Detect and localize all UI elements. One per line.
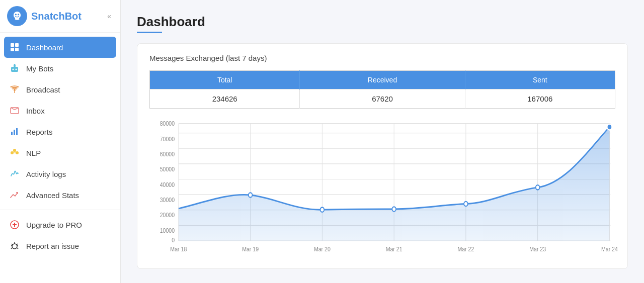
stats-table: Total Received Sent 234626 67620 167006 [149, 70, 615, 109]
main-content: Dashboard Messages Exchanged (last 7 day… [121, 0, 644, 283]
sidebar-collapse-button[interactable]: « [105, 10, 113, 22]
svg-point-9 [16, 69, 17, 70]
svg-point-13 [14, 89, 16, 91]
activity-icon [9, 168, 20, 179]
sidebar-item-nlp[interactable]: NLP [0, 142, 120, 163]
chart-point [392, 207, 396, 211]
col-total: Total [150, 71, 300, 89]
dashboard-card: Messages Exchanged (last 7 days) Total R… [137, 43, 628, 269]
robot-icon [9, 63, 20, 74]
nlp-icon [9, 147, 20, 158]
svg-point-1 [15, 14, 17, 15]
svg-rect-4 [15, 43, 19, 47]
svg-rect-17 [14, 130, 15, 135]
sidebar-item-label: Reports [26, 128, 53, 136]
svg-text:10000: 10000 [160, 227, 175, 234]
sidebar: SnatchBot « Dashboard [0, 0, 121, 283]
svg-point-28 [12, 244, 17, 249]
svg-line-33 [17, 244, 18, 245]
svg-text:50000: 50000 [160, 165, 175, 172]
sidebar-item-advanced-stats[interactable]: Advanced Stats [0, 184, 120, 206]
page-title-underline [137, 32, 162, 33]
sidebar-divider [0, 210, 120, 210]
grid-icon [9, 42, 20, 53]
svg-text:Mar 22: Mar 22 [457, 245, 474, 252]
svg-text:Mar 23: Mar 23 [529, 245, 546, 252]
chart-point [536, 185, 540, 190]
sidebar-nav: Dashboard My Bots [0, 33, 120, 283]
sidebar-item-my-bots[interactable]: My Bots [0, 58, 120, 79]
col-received: Received [300, 71, 465, 89]
svg-text:20000: 20000 [160, 211, 175, 218]
sidebar-item-label: Inbox [26, 107, 45, 115]
svg-line-34 [11, 248, 12, 249]
chart-point [320, 208, 325, 212]
brand-name: SnatchBot [31, 11, 82, 22]
svg-line-32 [12, 244, 13, 245]
val-sent: 167006 [465, 89, 615, 109]
sidebar-item-broadcast[interactable]: Broadcast [0, 79, 120, 100]
svg-point-8 [13, 69, 14, 70]
svg-rect-3 [11, 43, 14, 47]
sidebar-item-reports[interactable]: Reports [0, 121, 120, 142]
svg-point-2 [18, 14, 19, 15]
upgrade-icon [9, 219, 20, 230]
svg-text:0: 0 [172, 237, 175, 244]
svg-rect-16 [11, 132, 13, 135]
sidebar-item-label: Dashboard [26, 43, 63, 52]
val-received: 67620 [300, 89, 465, 109]
broadcast-icon [9, 84, 20, 95]
svg-text:Mar 18: Mar 18 [170, 245, 187, 252]
sidebar-item-inbox[interactable]: Inbox [0, 100, 120, 121]
sidebar-item-label: My Bots [26, 64, 53, 73]
bug-icon [9, 240, 20, 251]
sidebar-item-label: Report an issue [26, 242, 79, 250]
brand-logo [7, 6, 27, 26]
svg-text:40000: 40000 [160, 181, 175, 188]
chart-point [249, 193, 253, 197]
svg-text:30000: 30000 [160, 196, 175, 203]
svg-text:Mar 19: Mar 19 [242, 245, 259, 252]
val-total: 234626 [150, 89, 300, 109]
chart-point [464, 202, 468, 206]
sidebar-item-report-issue[interactable]: Report an issue [0, 235, 120, 256]
inbox-icon [9, 105, 20, 116]
stats-icon [9, 190, 20, 201]
chart-container: 0 10000 20000 30000 40000 50000 60000 70… [149, 118, 615, 258]
sidebar-item-activity-logs[interactable]: Activity logs [0, 163, 120, 184]
svg-text:Mar 21: Mar 21 [386, 245, 403, 252]
sidebar-item-upgrade[interactable]: Upgrade to PRO [0, 214, 120, 235]
sidebar-item-label: Upgrade to PRO [26, 221, 82, 229]
col-sent: Sent [465, 71, 615, 89]
svg-rect-5 [11, 48, 14, 51]
sidebar-item-label: NLP [26, 149, 41, 157]
svg-text:80000: 80000 [160, 120, 175, 127]
sidebar-item-label: Advanced Stats [26, 191, 79, 200]
svg-rect-7 [11, 67, 18, 72]
sidebar-item-dashboard[interactable]: Dashboard [4, 37, 116, 58]
line-chart: 0 10000 20000 30000 40000 50000 60000 70… [149, 118, 615, 258]
stats-row: 234626 67620 167006 [150, 89, 615, 109]
svg-text:60000: 60000 [160, 150, 175, 157]
svg-rect-6 [15, 48, 19, 51]
page-title: Dashboard [137, 14, 628, 30]
sidebar-header: SnatchBot « [0, 0, 120, 33]
chart-point-last [607, 124, 612, 130]
svg-point-19 [11, 151, 14, 154]
svg-rect-18 [16, 128, 18, 135]
svg-line-35 [17, 248, 18, 249]
reports-icon [9, 126, 20, 137]
sidebar-item-label: Activity logs [26, 170, 66, 178]
svg-point-12 [14, 64, 16, 65]
svg-point-20 [16, 151, 19, 154]
sidebar-item-label: Broadcast [26, 85, 60, 94]
svg-text:70000: 70000 [160, 135, 175, 142]
svg-text:Mar 24: Mar 24 [601, 245, 618, 252]
svg-text:Mar 20: Mar 20 [314, 245, 331, 252]
card-title: Messages Exchanged (last 7 days) [149, 54, 615, 62]
